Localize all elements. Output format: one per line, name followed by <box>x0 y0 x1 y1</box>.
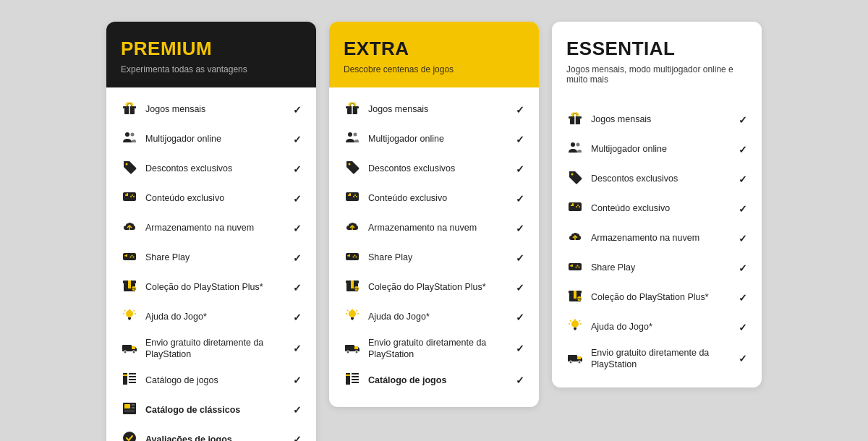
svg-rect-38 <box>129 376 136 377</box>
feature-label: Multijogador online <box>368 133 444 145</box>
svg-rect-71 <box>351 281 354 288</box>
feature-checkmark: ✓ <box>293 163 302 175</box>
feature-checkmark: ✓ <box>293 343 302 354</box>
feature-icon <box>566 228 584 248</box>
plan-title-extra: EXTRA <box>344 38 524 60</box>
feature-icon <box>121 159 138 179</box>
svg-point-53 <box>348 132 352 137</box>
feature-checkmark: ✓ <box>739 174 747 185</box>
svg-rect-85 <box>354 346 358 349</box>
feature-checkmark: ✓ <box>516 163 524 175</box>
feature-label: Ajuda do Jogo* <box>145 311 207 322</box>
feature-left: Share Play <box>566 258 739 278</box>
svg-rect-58 <box>349 193 351 196</box>
feature-row: Descontos exclusivos✓ <box>121 154 302 184</box>
svg-rect-15 <box>126 254 127 257</box>
feature-row: Armazenamento na nuvem✓ <box>344 213 524 243</box>
svg-point-17 <box>133 257 135 258</box>
svg-rect-46 <box>124 410 135 411</box>
feature-row: Envio gratuito diretamente da PlayStatio… <box>566 342 747 376</box>
feature-row: Multijogador online✓ <box>566 134 747 164</box>
feature-icon <box>566 258 584 278</box>
svg-point-110 <box>576 267 577 268</box>
feature-checkmark: ✓ <box>293 193 302 205</box>
feature-label: Multijogador online <box>591 143 667 155</box>
feature-checkmark: ✓ <box>293 312 302 323</box>
feature-checkmark: ✓ <box>739 203 747 215</box>
feature-left: Ajuda do Jogo* <box>121 307 293 327</box>
feature-checkmark: ✓ <box>293 282 302 294</box>
feature-label: Ajuda do Jogo* <box>368 311 430 322</box>
feature-row: Share Play✓ <box>566 253 747 283</box>
feature-row: Descontos exclusivos✓ <box>566 164 747 194</box>
feature-left: PS Coleção do PlayStation Plus* <box>344 278 516 297</box>
svg-rect-91 <box>346 374 350 376</box>
svg-point-11 <box>130 196 132 197</box>
feature-left: Envio gratuito diretamente da PlayStatio… <box>121 337 293 361</box>
feature-checkmark: ✓ <box>739 144 747 155</box>
svg-text:PS: PS <box>132 287 136 291</box>
feature-icon <box>566 317 584 337</box>
feature-icon <box>344 307 361 327</box>
feature-checkmark: ✓ <box>516 252 524 264</box>
feature-checkmark: ✓ <box>516 104 524 116</box>
feature-icon <box>121 339 138 359</box>
feature-label: Conteúdo exclusivo <box>368 192 447 204</box>
feature-row: Ajuda do Jogo*✓ <box>566 312 747 342</box>
feature-label: Conteúdo exclusivo <box>145 192 224 204</box>
feature-left: Envio gratuito diretamente da PlayStatio… <box>566 347 739 371</box>
svg-point-95 <box>571 142 575 147</box>
svg-point-84 <box>355 351 358 354</box>
feature-label: Catálogo de jogos <box>145 374 218 386</box>
plan-subtitle-premium: Experimenta todas as vantagens <box>121 64 302 74</box>
feature-checkmark: ✓ <box>516 223 524 234</box>
svg-rect-107 <box>571 264 573 267</box>
feature-label: Coleção do PlayStation Plus* <box>145 281 263 293</box>
feature-left: Ajuda do Jogo* <box>344 307 516 327</box>
feature-row: Catálogo de clássicos✓ <box>121 395 302 425</box>
feature-icon <box>566 199 584 218</box>
feature-icon <box>344 339 361 359</box>
plan-features-extra: Jogos mensais✓ Multijogador online✓ Desc… <box>329 87 539 407</box>
feature-row: Catálogo de jogos✓ <box>121 366 302 395</box>
feature-left: Descontos exclusivos <box>344 159 516 179</box>
svg-rect-100 <box>572 203 574 206</box>
svg-text:PS: PS <box>577 297 582 301</box>
feature-icon: PS <box>121 278 138 297</box>
plan-header-essential: ESSENTIALJogos mensais, modo multijogado… <box>552 22 762 98</box>
svg-point-18 <box>130 257 132 258</box>
feature-left: Catálogo de clássicos <box>121 401 293 420</box>
feature-icon <box>121 401 138 420</box>
feature-label: Share Play <box>591 262 635 273</box>
feature-icon <box>121 248 138 267</box>
svg-point-116 <box>571 320 579 327</box>
feature-row: Share Play✓ <box>344 243 524 273</box>
feature-row: PS Coleção do PlayStation Plus*✓ <box>566 283 747 312</box>
svg-point-74 <box>349 310 356 317</box>
svg-rect-76 <box>352 319 354 320</box>
feature-left: Multijogador online <box>344 129 516 149</box>
feature-left: Catálogo de jogos <box>344 371 516 390</box>
feature-checkmark: ✓ <box>739 353 747 364</box>
svg-rect-26 <box>129 319 131 320</box>
svg-rect-35 <box>132 346 135 349</box>
feature-icon <box>344 218 361 238</box>
feature-left: Catálogo de jogos <box>121 371 293 390</box>
svg-line-29 <box>134 310 135 312</box>
svg-rect-39 <box>129 379 136 380</box>
plan-header-extra: EXTRADescobre centenas de jogos <box>329 22 539 87</box>
feature-left: Share Play <box>121 248 293 267</box>
feature-label: Catálogo de clássicos <box>145 404 240 416</box>
feature-row: Envio gratuito diretamente da PlayStatio… <box>121 332 302 366</box>
feature-row: Conteúdo exclusivo✓ <box>566 194 747 223</box>
feature-left: Envio gratuito diretamente da PlayStatio… <box>344 337 516 361</box>
svg-line-79 <box>357 310 358 312</box>
feature-checkmark: ✓ <box>293 252 302 264</box>
svg-point-83 <box>346 351 349 354</box>
feature-icon <box>344 159 361 179</box>
svg-point-4 <box>131 133 135 137</box>
feature-label: Ajuda do Jogo* <box>591 321 652 333</box>
svg-line-28 <box>124 310 126 312</box>
svg-rect-25 <box>128 317 131 319</box>
svg-rect-65 <box>349 254 350 257</box>
